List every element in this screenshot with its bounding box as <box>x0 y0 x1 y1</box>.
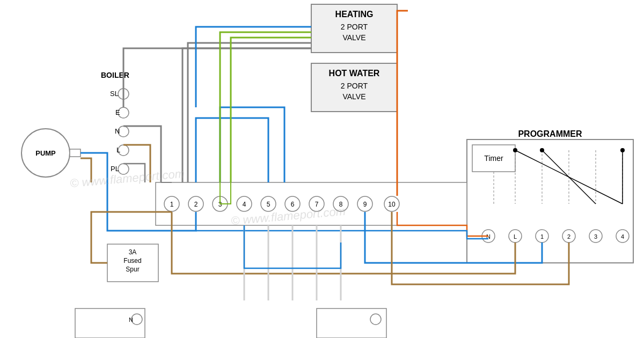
terminal-10: 10 <box>388 201 396 208</box>
svg-point-38 <box>118 164 129 174</box>
prog-terminal-4: 4 <box>621 233 624 240</box>
svg-point-20 <box>513 148 517 152</box>
terminal-5: 5 <box>267 201 270 208</box>
fused-spur-label: 3A <box>129 248 137 256</box>
fused-spur-label2: Fused <box>123 257 141 264</box>
svg-point-21 <box>540 148 544 152</box>
svg-point-22 <box>620 148 625 152</box>
terminal-4: 4 <box>243 201 246 208</box>
svg-point-50 <box>370 314 381 325</box>
heating-valve-label2: VALVE <box>342 33 365 42</box>
timer-label: Timer <box>484 154 503 163</box>
fused-spur-label3: Spur <box>126 266 139 273</box>
prog-terminal-1: 1 <box>540 233 544 240</box>
boiler-sl-label: SL <box>110 90 119 98</box>
terminal-7: 7 <box>315 201 319 208</box>
svg-rect-40 <box>70 149 80 157</box>
prog-terminal-2: 2 <box>567 233 570 240</box>
terminal-6: 6 <box>291 201 295 208</box>
heating-valve-label: 2 PORT <box>341 23 368 31</box>
boiler-pl-label: PL <box>111 165 119 173</box>
terminal-1: 1 <box>170 201 174 208</box>
terminal-8: 8 <box>339 201 343 208</box>
svg-point-48 <box>131 314 142 325</box>
terminal-2: 2 <box>194 201 198 208</box>
prog-terminal-3: 3 <box>594 233 597 240</box>
boiler-e-label: E <box>115 108 120 116</box>
programmer-label: PROGRAMMER <box>518 129 582 138</box>
boiler-l-label: L <box>116 146 120 154</box>
bottom-label: N <box>129 317 133 323</box>
boiler-label: BOILER <box>101 71 129 79</box>
pump-label: PUMP <box>35 149 56 157</box>
heating-label: HEATING <box>335 10 374 19</box>
hot-water-valve-label: 2 PORT <box>341 82 368 90</box>
terminal-9: 9 <box>363 201 367 208</box>
hot-water-valve-label2: VALVE <box>342 92 365 101</box>
prog-terminal-L: L <box>514 233 517 240</box>
hot-water-label: HOT WATER <box>329 69 380 78</box>
boiler-n-label: N <box>115 127 120 135</box>
